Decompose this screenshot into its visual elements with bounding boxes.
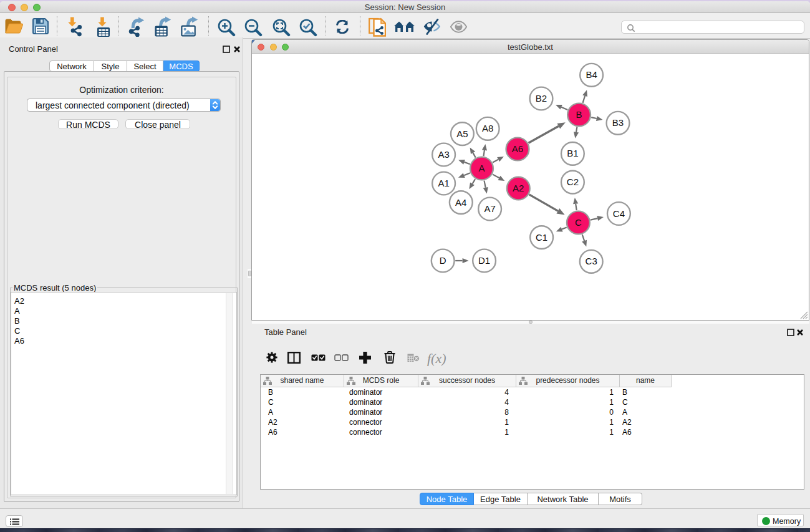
svg-text:C4: C4 bbox=[613, 208, 625, 219]
svg-text:B: B bbox=[576, 109, 582, 120]
svg-text:B1: B1 bbox=[567, 148, 578, 158]
svg-text:B3: B3 bbox=[612, 117, 624, 128]
svg-text:C2: C2 bbox=[567, 177, 579, 187]
svg-text:D1: D1 bbox=[478, 255, 490, 266]
svg-text:C1: C1 bbox=[536, 232, 547, 243]
svg-text:A1: A1 bbox=[438, 178, 449, 188]
svg-text:A3: A3 bbox=[438, 149, 449, 160]
svg-text:A: A bbox=[478, 163, 485, 173]
svg-text:C: C bbox=[575, 217, 582, 228]
svg-text:A4: A4 bbox=[455, 197, 466, 208]
svg-text:A5: A5 bbox=[456, 128, 468, 139]
svg-text:B2: B2 bbox=[536, 93, 547, 104]
svg-text:B4: B4 bbox=[586, 69, 597, 80]
svg-text:A6: A6 bbox=[512, 143, 523, 154]
svg-text:C3: C3 bbox=[586, 256, 597, 266]
svg-text:A8: A8 bbox=[482, 123, 493, 133]
svg-text:D: D bbox=[440, 255, 446, 266]
svg-text:A2: A2 bbox=[513, 183, 524, 193]
svg-text:A7: A7 bbox=[484, 203, 495, 214]
